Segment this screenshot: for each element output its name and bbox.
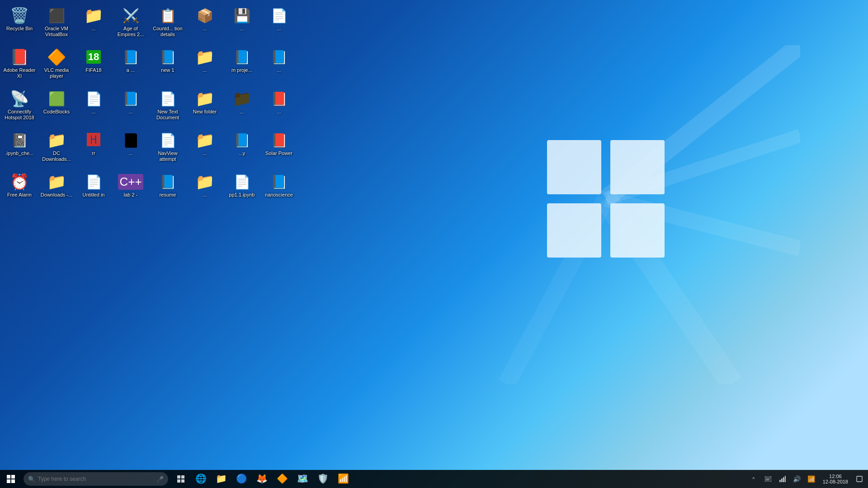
nanoscience-label: nanoscience	[265, 192, 293, 198]
ipynb1-icon: 📓	[10, 131, 28, 149]
icon-word3[interactable]: 📘 ...	[262, 46, 296, 87]
svg-rect-17	[765, 476, 771, 482]
icon-word6[interactable]: 📘 ...y	[225, 129, 259, 170]
cpp1-label: lab 2 -	[124, 192, 138, 198]
word4-label: ...	[128, 109, 132, 115]
icon-word4[interactable]: 📘 ...	[113, 88, 148, 128]
icon-blk1[interactable]: 📁 ...	[225, 88, 259, 128]
svg-rect-12	[11, 479, 15, 483]
icon-navview[interactable]: 📄 NavView attempt	[151, 129, 185, 170]
icon-dc-downloads[interactable]: 📁 DC Downloads...	[39, 129, 74, 170]
vlc-icon: 🔶	[47, 48, 66, 66]
fifa18-label: FIFA18	[85, 67, 101, 73]
icon-word2[interactable]: 📘 m proje...	[225, 46, 259, 87]
task-view-button[interactable]	[172, 470, 190, 488]
icon-folder3[interactable]: 📁 ...	[188, 129, 222, 170]
icon-folder2[interactable]: 📁 ...	[188, 46, 222, 87]
icon-new-folder[interactable]: 📁 New folder	[188, 88, 222, 128]
new-text-doc-label: New Text Document	[151, 109, 184, 121]
taskbar-clock[interactable]: 12:06 12-08-2018	[819, 470, 852, 488]
resume-label: resume	[160, 192, 176, 198]
icon-untitled[interactable]: 📄 Untitled in	[76, 171, 111, 211]
icon-pdf1[interactable]: 📕 ...	[262, 88, 296, 128]
svg-rect-19	[767, 478, 768, 479]
icon-codeblocks[interactable]: 🟩 CodeBlocks	[39, 88, 74, 128]
search-input[interactable]	[38, 476, 155, 482]
word3-icon: 📘	[270, 48, 288, 66]
taskbar-explorer[interactable]: 📁	[211, 470, 231, 488]
taskbar-chrome[interactable]: 🔵	[231, 470, 251, 488]
word6-icon: 📘	[233, 131, 251, 149]
icon-6[interactable]: 📦 ...	[188, 5, 222, 45]
svg-rect-11	[7, 479, 10, 483]
dc-downloads-label: DC Downloads...	[40, 150, 73, 162]
svg-rect-13	[177, 475, 180, 479]
tray-keyboard[interactable]	[761, 470, 775, 488]
cpp1-icon: C++	[122, 173, 140, 191]
blk1-label: ...	[240, 109, 244, 115]
icon-connectify[interactable]: 📡 Connectify Hotspot 2018	[2, 88, 37, 128]
start-button[interactable]	[0, 470, 22, 488]
icon-pp1[interactable]: 📄 pp1.1.ipynb	[225, 171, 259, 211]
svg-rect-10	[11, 475, 15, 479]
icon-adobe[interactable]: 📕 Adobe Reader XI	[2, 46, 37, 87]
icon-new1[interactable]: 📘 new 1	[151, 46, 185, 87]
icon-ipynb1[interactable]: 📓 .ipynb_che...	[2, 129, 37, 170]
adobe-label: Adobe Reader XI	[3, 67, 36, 79]
folder4-icon: 📁	[196, 173, 214, 191]
taskbar-firefox[interactable]: 🦊	[252, 470, 272, 488]
countdown-label: Countd... tion details	[151, 26, 184, 38]
taskbar-app7[interactable]: 🛡️	[313, 470, 333, 488]
icon-nanoscience[interactable]: 📘 nanoscience	[262, 171, 296, 211]
tray-volume[interactable]: 🔊	[790, 470, 804, 488]
tray-notification[interactable]	[853, 470, 866, 488]
codeblocks-icon: 🟩	[47, 89, 66, 108]
taskbar-search[interactable]: 🔍 🎤	[24, 472, 168, 486]
icon-vlc[interactable]: 🔶 VLC media player	[39, 46, 74, 87]
svg-line-4	[606, 45, 800, 199]
ipynb1-label: .ipynb_che...	[5, 150, 33, 156]
icon-word5[interactable]: 📘 ...	[113, 129, 148, 170]
svg-rect-16	[181, 479, 184, 483]
icon-free-alarm[interactable]: ⏰ Free Alarm	[2, 171, 37, 211]
countdown-icon: 📋	[159, 6, 177, 24]
word5-label: ...	[128, 150, 132, 156]
tray-chevron[interactable]: ^	[747, 470, 760, 488]
icon-floppy[interactable]: 💾 ...	[225, 5, 259, 45]
txt1-icon: 📄	[85, 89, 103, 108]
clock-date: 12-08-2018	[823, 479, 848, 484]
icon-cpp1[interactable]: C++ lab 2 -	[113, 171, 148, 211]
icon-8[interactable]: 📄 ...	[262, 5, 296, 45]
taskbar-edge[interactable]: 🌐	[191, 470, 211, 488]
icon-oracle-vm[interactable]: ⬛ Oracle VM VirtualBox	[39, 5, 74, 45]
folder3-icon: 📁	[196, 131, 214, 149]
icon-rr[interactable]: 🅷 rr	[76, 129, 111, 170]
folder4-label: ...	[203, 192, 207, 198]
taskbar-app8[interactable]: 📶	[333, 470, 353, 488]
clock-time: 12:06	[829, 474, 842, 479]
icon-folder4[interactable]: 📁 ...	[188, 171, 222, 211]
rr-icon: 🅷	[85, 131, 103, 149]
pdf1-icon: 📕	[270, 89, 288, 108]
icon-resume[interactable]: 📘 resume	[151, 171, 185, 211]
tray-wifi[interactable]: 📶	[805, 470, 818, 488]
connectify-label: Connectify Hotspot 2018	[3, 109, 36, 121]
icon-countdown[interactable]: 📋 Countd... tion details	[151, 5, 185, 45]
icon-solar-power[interactable]: 📕 Solar Power	[262, 129, 296, 170]
icon-new-text-document[interactable]: 📄 New Text Document	[151, 88, 185, 128]
tray-network[interactable]	[776, 470, 789, 488]
pdf1-label: ...	[277, 109, 281, 115]
icon-downloads[interactable]: 📁 Downloads -...	[39, 171, 74, 211]
taskbar-maps[interactable]: 🗺️	[292, 470, 312, 488]
folder3-label: ...	[203, 150, 207, 156]
svg-rect-22	[766, 479, 769, 480]
folder1-label: ...	[91, 26, 95, 32]
icon-txt1[interactable]: 📄 ...	[76, 88, 111, 128]
icon-word1[interactable]: 📘 a ...	[113, 46, 148, 87]
icon-age-of-empires[interactable]: ⚔️ Age of Empires 2...	[113, 5, 148, 45]
taskbar-vlc[interactable]: 🔶	[272, 470, 292, 488]
floppy-label: ...	[240, 26, 244, 32]
icon-recycle-bin[interactable]: 🗑️ Recycle Bin	[2, 5, 37, 45]
icon-folder1[interactable]: 📁 ...	[76, 5, 111, 45]
icon-fifa18[interactable]: 18 FIFA18	[76, 46, 111, 87]
